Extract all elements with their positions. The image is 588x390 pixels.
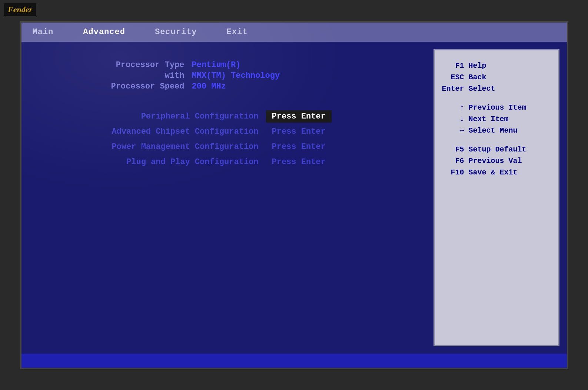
processor-with-row: with MMX(TM) Technology bbox=[51, 71, 411, 80]
help-desc-enter: Select bbox=[469, 84, 495, 93]
config-value-peripheral[interactable]: Press Enter bbox=[266, 110, 332, 123]
help-key-lr: ↔ bbox=[442, 126, 464, 135]
config-value-chipset[interactable]: Press Enter bbox=[266, 126, 332, 138]
menu-item-security[interactable]: Security bbox=[155, 27, 197, 37]
help-row-enter: Enter Select bbox=[442, 84, 551, 93]
help-desc-down: Next Item bbox=[469, 115, 509, 123]
help-key-f1: F1 bbox=[442, 61, 464, 70]
fender-logo: Fender bbox=[4, 3, 36, 16]
config-row-pnp[interactable]: Plug and Play Configuration Press Enter bbox=[51, 156, 411, 168]
processor-speed-row: Processor Speed 200 MHz bbox=[51, 82, 411, 91]
config-label-chipset: Advanced Chipset Configuration bbox=[51, 127, 259, 136]
config-list: Peripheral Configuration Press Enter Adv… bbox=[51, 110, 411, 171]
help-row-f5: F5 Setup Default bbox=[442, 145, 551, 154]
bios-screen: Main Advanced Security Exit Processor Ty… bbox=[20, 21, 568, 369]
help-row-f1: F1 Help bbox=[442, 61, 551, 70]
bottom-bar bbox=[21, 354, 567, 368]
help-panel: F1 Help ESC Back Enter Select ↑ Previous… bbox=[433, 49, 559, 346]
processor-type-value2: MMX(TM) Technology bbox=[192, 71, 280, 80]
help-key-f10: F10 bbox=[442, 168, 464, 177]
help-key-f5: F5 bbox=[442, 145, 464, 154]
menu-item-advanced[interactable]: Advanced bbox=[83, 27, 125, 37]
config-row-chipset[interactable]: Advanced Chipset Configuration Press Ent… bbox=[51, 126, 411, 138]
main-section: Processor Type Pentium(R) with MMX(TM) T… bbox=[21, 42, 433, 354]
menu-item-exit[interactable]: Exit bbox=[227, 27, 248, 37]
config-value-pnp[interactable]: Press Enter bbox=[266, 156, 332, 168]
help-key-enter: Enter bbox=[442, 84, 464, 93]
help-row-f10: F10 Save & Exit bbox=[442, 168, 551, 177]
processor-type-value1: Pentium(R) bbox=[192, 60, 241, 70]
menu-bar: Main Advanced Security Exit bbox=[21, 23, 567, 42]
help-row-f6: F6 Previous Val bbox=[442, 157, 551, 165]
help-key-f6: F6 bbox=[442, 157, 464, 165]
config-value-power[interactable]: Press Enter bbox=[266, 141, 332, 153]
monitor-frame: Fender Main Advanced Security Exit Proce… bbox=[0, 0, 588, 390]
help-desc-f1: Help bbox=[469, 61, 486, 70]
menu-item-main[interactable]: Main bbox=[33, 27, 54, 37]
config-label-pnp: Plug and Play Configuration bbox=[51, 157, 259, 167]
help-desc-f6: Previous Val bbox=[469, 157, 522, 165]
help-key-esc: ESC bbox=[442, 73, 464, 81]
help-desc-up: Previous Item bbox=[469, 103, 526, 112]
help-row-down: ↓ Next Item bbox=[442, 115, 551, 123]
config-label-peripheral: Peripheral Configuration bbox=[51, 112, 259, 121]
help-row-up: ↑ Previous Item bbox=[442, 103, 551, 112]
processor-speed-value: 200 MHz bbox=[192, 82, 226, 91]
processor-speed-label: Processor Speed bbox=[51, 82, 185, 91]
config-row-peripheral[interactable]: Peripheral Configuration Press Enter bbox=[51, 110, 411, 123]
content-area: Processor Type Pentium(R) with MMX(TM) T… bbox=[21, 42, 567, 354]
help-desc-f10: Save & Exit bbox=[469, 168, 518, 177]
help-desc-f5: Setup Default bbox=[469, 145, 526, 154]
help-row-lr: ↔ Select Menu bbox=[442, 126, 551, 135]
processor-type-row: Processor Type Pentium(R) bbox=[51, 60, 411, 70]
help-key-down: ↓ bbox=[442, 115, 464, 123]
processor-type-label: Processor Type bbox=[51, 60, 185, 70]
processor-with-label: with bbox=[51, 71, 185, 80]
help-desc-esc: Back bbox=[469, 73, 486, 81]
processor-info: Processor Type Pentium(R) with MMX(TM) T… bbox=[51, 60, 411, 93]
help-row-esc: ESC Back bbox=[442, 73, 551, 81]
help-desc-lr: Select Menu bbox=[469, 126, 518, 135]
help-key-up: ↑ bbox=[442, 103, 464, 112]
config-label-power: Power Management Configuration bbox=[51, 142, 259, 151]
config-row-power[interactable]: Power Management Configuration Press Ent… bbox=[51, 141, 411, 153]
